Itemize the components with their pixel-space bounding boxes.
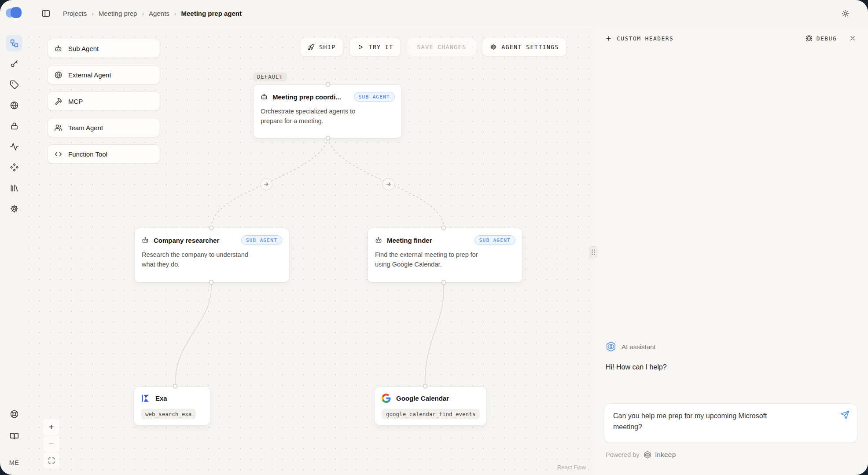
play-icon	[357, 44, 364, 51]
node-meeting-finder[interactable]: Meeting finder SUB AGENT Find the extern…	[368, 228, 522, 282]
rail-item-settings[interactable]	[6, 200, 22, 217]
panel-actions: DEBUG	[805, 35, 856, 42]
rail-item-components[interactable]	[6, 159, 22, 175]
rocket-icon	[308, 44, 315, 51]
app-window: ME Projects › Meeting prep › Agents › Me…	[0, 0, 868, 475]
node-description: Find the external meeting to prep for us…	[368, 248, 491, 276]
zoom-out-button[interactable]: −	[43, 436, 59, 452]
handle-exa-top[interactable]	[173, 384, 178, 389]
powered-by[interactable]: Powered by inkeep	[606, 450, 676, 459]
palette-item-sub-agent[interactable]: Sub Agent	[47, 39, 160, 58]
inkeep-assistant-icon	[605, 341, 617, 352]
breadcrumb-agents[interactable]: Agents	[149, 10, 169, 17]
try-it-button[interactable]: TRY IT	[349, 38, 401, 56]
palette-item-label: Sub Agent	[68, 45, 99, 52]
user-avatar[interactable]: ME	[9, 459, 19, 466]
assistant-label: AI assistant	[622, 343, 656, 351]
palette-item-external-agent[interactable]: External Agent	[47, 65, 160, 84]
edge-arrow-right[interactable]	[383, 178, 395, 190]
node-google-calendar-tool[interactable]: Google Calendar google_calendar_find_eve…	[374, 386, 487, 426]
custom-headers-button[interactable]: CUSTOM HEADERS	[605, 35, 673, 42]
tool-tag: web_search_exa	[141, 409, 196, 419]
grip-icon	[592, 249, 595, 255]
save-changes-button[interactable]: SAVE CHANGES	[407, 38, 476, 56]
inkeep-brand-label: inkeep	[655, 451, 676, 459]
powered-by-label: Powered by	[606, 451, 640, 458]
exa-logo	[141, 394, 150, 403]
handle-coordinator-top[interactable]	[326, 82, 331, 87]
breadcrumb-separator: ›	[92, 10, 94, 17]
tool-tag: google_calendar_find_events	[382, 409, 480, 419]
book-icon	[10, 431, 19, 441]
node-meeting-prep-coordinator[interactable]: Meeting prep coordi... SUB AGENT Orchest…	[253, 84, 402, 138]
zoom-in-button[interactable]: +	[43, 419, 59, 435]
handle-calendar-top[interactable]	[423, 384, 428, 389]
breadcrumb-meeting-prep[interactable]: Meeting prep	[99, 10, 137, 17]
bot-icon	[141, 236, 149, 244]
breadcrumb-separator: ›	[142, 10, 144, 17]
palette-item-team-agent[interactable]: Team Agent	[47, 118, 160, 137]
palette-item-label: Function Tool	[68, 150, 107, 158]
rail-item-activity[interactable]	[6, 138, 22, 155]
tool-title: Exa	[155, 395, 167, 402]
rail-item-keys[interactable]	[6, 55, 22, 72]
panel-resize-handle[interactable]	[589, 246, 597, 258]
handle-finder-top[interactable]	[441, 226, 446, 230]
activity-icon	[10, 142, 19, 151]
rail-item-agents[interactable]	[6, 35, 22, 51]
ship-button[interactable]: SHIP	[300, 38, 343, 56]
library-icon	[10, 183, 19, 193]
rail-item-docs[interactable]	[6, 428, 22, 444]
palette-item-function-tool[interactable]: Function Tool	[47, 144, 160, 164]
plus-icon	[605, 35, 612, 42]
panel-toggle-button[interactable]	[41, 9, 51, 18]
inkeep-mono-icon	[643, 450, 652, 459]
breadcrumb-projects[interactable]: Projects	[63, 10, 87, 17]
send-button[interactable]	[840, 410, 850, 420]
gear-icon	[490, 44, 497, 51]
chat-input[interactable]: Can you help me prep for my upcoming Mic…	[604, 403, 857, 443]
lock-icon	[10, 121, 19, 131]
theme-toggle-button[interactable]	[841, 9, 850, 18]
rail-item-credentials[interactable]	[6, 76, 22, 93]
sidebar-rail: ME	[0, 0, 28, 475]
ship-button-label: SHIP	[319, 44, 335, 51]
node-exa-tool[interactable]: Exa web_search_exa	[133, 386, 211, 426]
inkeep-logo[interactable]	[6, 7, 22, 19]
handle-coordinator-bottom[interactable]	[326, 136, 331, 141]
panel-header: CUSTOM HEADERS DEBUG	[593, 27, 868, 49]
edge-researcher-to-exa	[175, 285, 211, 386]
palette-item-label: MCP	[68, 98, 83, 105]
edge-arrow-left[interactable]	[260, 178, 272, 190]
chat-input-value[interactable]: Can you help me prep for my upcoming Mic…	[613, 410, 789, 432]
rail-item-help[interactable]	[6, 406, 22, 422]
google-logo	[382, 394, 391, 403]
flow-canvas[interactable]: Sub Agent External Agent MCP Team Agent …	[28, 27, 593, 475]
code-icon	[54, 150, 63, 158]
rail-item-library[interactable]	[6, 179, 22, 196]
agent-settings-button[interactable]: AGENT SETTINGS	[482, 38, 567, 56]
node-description: Orchestrate specialized agents to prepar…	[254, 104, 379, 133]
node-header: Company researcher SUB AGENT	[135, 228, 289, 248]
panel-left-icon	[41, 9, 51, 18]
debug-button[interactable]: DEBUG	[805, 35, 837, 42]
node-company-researcher[interactable]: Company researcher SUB AGENT Research th…	[134, 228, 289, 282]
rail-item-security[interactable]	[6, 117, 22, 134]
breadcrumb: Projects › Meeting prep › Agents › Meeti…	[63, 10, 242, 17]
rail-item-external[interactable]	[6, 97, 22, 113]
node-header: Meeting prep coordi... SUB AGENT	[254, 85, 401, 104]
close-panel-button[interactable]	[849, 35, 856, 42]
handle-researcher-top[interactable]	[209, 226, 214, 230]
hammer-icon	[54, 97, 63, 106]
handle-finder-bottom[interactable]	[441, 280, 446, 285]
palette-item-mcp[interactable]: MCP	[47, 91, 160, 111]
react-flow-attribution[interactable]: React Flow	[557, 464, 586, 471]
sub-agent-badge: SUB AGENT	[354, 92, 395, 102]
handle-researcher-bottom[interactable]	[209, 280, 214, 285]
node-palette: Sub Agent External Agent MCP Team Agent …	[47, 39, 160, 164]
arrow-right-icon	[386, 181, 392, 187]
fit-view-button[interactable]	[43, 453, 59, 468]
shapes-icon	[10, 163, 19, 172]
rail-nav	[6, 35, 22, 217]
bot-icon	[54, 44, 63, 53]
